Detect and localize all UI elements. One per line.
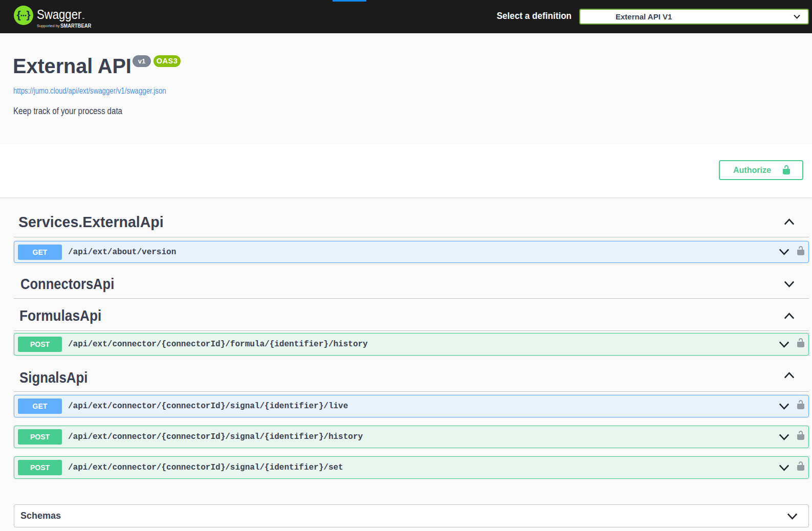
svg-text:{: {	[17, 9, 21, 20]
svg-text:}: }	[27, 9, 31, 20]
